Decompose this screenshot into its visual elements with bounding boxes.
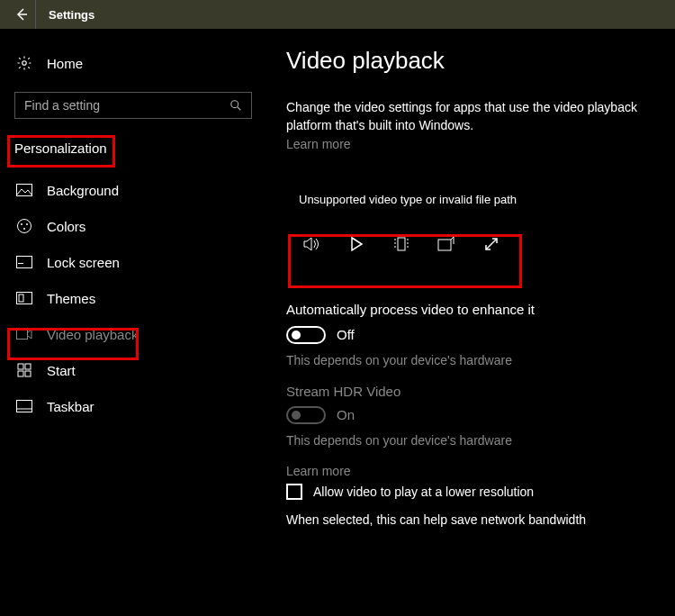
svg-point-4 [18,220,32,233]
volume-icon [302,234,321,254]
main-content: Video playback Change the video settings… [266,29,675,616]
svg-rect-12 [17,330,28,340]
auto-process-toggle[interactable] [286,326,326,344]
svg-point-7 [23,228,25,230]
svg-rect-14 [25,364,31,369]
fullscreen-button[interactable] [479,231,504,257]
sidebar: Home Find a setting Personalization Back… [0,29,266,616]
learn-more-link[interactable]: Learn more [286,137,351,151]
taskbar-icon [14,400,34,412]
svg-point-6 [26,223,28,225]
frame-step-button[interactable] [389,231,414,257]
svg-rect-8 [17,257,32,268]
lower-res-hint: When selected, this can help save networ… [286,512,639,527]
stream-hdr-hint: This depends on your device's hardware [286,433,639,448]
stream-hdr-heading: Stream HDR Video [286,384,639,399]
search-icon [230,99,242,112]
picture-icon [14,184,34,196]
auto-process-heading: Automatically process video to enhance i… [286,302,639,317]
sidebar-item-background[interactable]: Background [14,172,252,208]
svg-rect-13 [18,364,23,369]
lockscreen-icon [14,256,34,268]
sidebar-item-start[interactable]: Start [14,352,252,388]
svg-rect-26 [438,240,451,250]
page-title: Video playback [286,47,639,75]
stream-hdr-state: On [337,407,355,422]
svg-point-5 [21,223,22,225]
frame-icon [392,236,410,252]
sidebar-section-title: Personalization [14,137,252,159]
search-input[interactable]: Find a setting [14,92,252,119]
sidebar-item-label: Colors [47,219,86,234]
video-error-text: Unsupported video type or invalid file p… [286,193,639,206]
sidebar-item-label: Start [47,363,76,378]
auto-process-hint: This depends on your device's hardware [286,353,639,367]
titlebar: Settings [0,0,675,29]
arrow-left-icon [14,7,29,22]
lower-res-label: Allow video to play at a lower resolutio… [313,485,534,499]
home-nav[interactable]: Home [14,47,252,79]
svg-point-0 [22,61,27,66]
palette-icon [14,218,34,234]
sidebar-item-colors[interactable]: Colors [14,208,252,244]
svg-rect-9 [18,263,23,264]
play-icon [348,236,364,252]
svg-rect-11 [19,294,23,302]
search-placeholder: Find a setting [24,98,100,113]
lower-res-checkbox-row[interactable]: Allow video to play at a lower resolutio… [286,484,639,500]
app-title: Settings [49,8,94,22]
back-button[interactable] [7,0,36,29]
gear-icon [14,55,34,71]
sidebar-item-label: Background [47,183,119,198]
sidebar-item-taskbar[interactable]: Taskbar [14,388,252,424]
aspect-icon [437,237,455,251]
sidebar-item-label: Video playback [47,327,138,342]
svg-rect-15 [18,371,23,376]
svg-rect-17 [17,401,32,412]
video-controls [286,222,520,266]
page-description: Change the video settings for apps that … [286,98,639,135]
svg-point-1 [231,101,238,108]
svg-line-2 [238,107,241,111]
sidebar-item-label: Taskbar [47,399,94,414]
sidebar-item-label: Themes [47,291,95,306]
start-icon [14,363,34,377]
stream-hdr-toggle [286,406,326,424]
sidebar-item-themes[interactable]: Themes [14,280,252,316]
svg-rect-19 [398,238,405,250]
svg-rect-3 [17,185,32,196]
svg-rect-16 [25,371,31,376]
sidebar-item-lockscreen[interactable]: Lock screen [14,244,252,280]
sidebar-item-label: Lock screen [47,255,120,270]
aspect-button[interactable] [434,231,459,257]
stream-hdr-learn-more[interactable]: Learn more [286,464,351,478]
fullscreen-icon [483,236,500,252]
play-button[interactable] [344,231,369,257]
home-label: Home [47,56,83,71]
video-icon [14,329,34,340]
auto-process-state: Off [337,327,355,342]
sidebar-item-videoplayback[interactable]: Video playback [14,316,252,352]
themes-icon [14,292,34,304]
volume-button[interactable] [299,231,324,257]
lower-res-checkbox[interactable] [286,484,302,500]
